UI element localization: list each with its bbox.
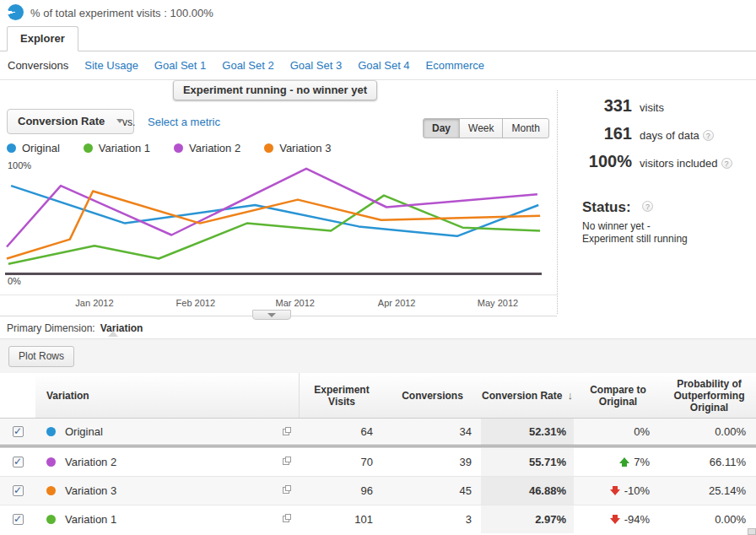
row-checkbox[interactable]: ✓ — [13, 514, 24, 525]
granularity-day[interactable]: Day — [423, 118, 460, 138]
legend-item-variation-3: Variation 3 — [264, 142, 331, 154]
column-header-conversions[interactable]: Conversions — [384, 373, 481, 418]
primary-dimension-value[interactable]: Variation — [100, 322, 143, 334]
chart-legend: OriginalVariation 1Variation 2Variation … — [7, 142, 354, 154]
x-tick-label: Feb 2012 — [176, 298, 215, 308]
legend-label: Original — [22, 142, 60, 154]
stat-label: visits — [640, 101, 664, 114]
table-row-variation-1: ✓Variation 110132.97%-94%0.00% — [0, 505, 756, 533]
conversion-rate-cell: 46.88% — [481, 477, 574, 505]
header-checkbox-spacer — [0, 373, 35, 418]
row-checkbox[interactable]: ✓ — [13, 457, 24, 467]
row-checkbox-cell: ✓ — [0, 505, 35, 533]
nav-item-goal-set-4[interactable]: Goal Set 4 — [358, 59, 409, 72]
table-row-original: ✓Original643452.31%0%0.00% — [0, 419, 756, 447]
column-header-variation[interactable]: Variation — [35, 373, 300, 418]
nav-item-goal-set-1[interactable]: Goal Set 1 — [154, 59, 206, 72]
visits-cell: 96 — [300, 477, 384, 505]
conversion-rate-cell: 55.71% — [481, 448, 574, 476]
help-icon[interactable]: ? — [703, 130, 714, 141]
column-header-compare-to-original[interactable]: Compare to Original — [574, 373, 662, 418]
visits-cell: 101 — [300, 505, 384, 533]
granularity-month[interactable]: Month — [502, 118, 548, 138]
column-header-probability-of-outperforming-original[interactable]: Probability of Outperforming Original — [662, 373, 756, 418]
arrow-up-icon — [619, 457, 629, 467]
compare-value: 7% — [634, 456, 650, 468]
chart-collapse-handle[interactable] — [252, 310, 291, 320]
variations-table: VariationExperiment VisitsConversionsCon… — [0, 373, 756, 533]
legend-dot-icon — [174, 143, 183, 153]
scroll-corner — [748, 528, 756, 535]
nav-item-ecommerce[interactable]: Ecommerce — [426, 59, 484, 72]
chevron-down-icon — [267, 313, 276, 317]
table-header-row: VariationExperiment VisitsConversionsCon… — [0, 373, 756, 419]
conversions-cell: 39 — [384, 448, 481, 476]
metric-selector-button[interactable]: Conversion Rate — [7, 109, 134, 134]
total-visits-label: % of total experiment visits : 100.00% — [30, 7, 213, 19]
open-in-new-icon[interactable] — [283, 458, 289, 465]
variation-name: Variation 1 — [65, 513, 116, 526]
stat-days-of-data: 161days of data? — [558, 124, 756, 144]
column-header-label: Variation — [46, 390, 89, 402]
nav-item-goal-set-3[interactable]: Goal Set 3 — [290, 59, 342, 72]
granularity-toggle: DayWeekMonth — [423, 118, 549, 138]
experiment-status-banner: Experiment running - no winner yet — [173, 80, 377, 100]
help-icon[interactable]: ? — [642, 201, 653, 212]
experiment-report-page: % of total experiment visits : 100.00% E… — [0, 0, 756, 535]
compare-value: 0% — [634, 425, 650, 438]
column-header-label: Conversions — [402, 390, 463, 402]
help-icon[interactable]: ? — [721, 158, 732, 169]
compare-value: -94% — [624, 513, 650, 526]
row-name-cell: Variation 3 — [35, 477, 300, 505]
legend-dot-icon — [84, 143, 93, 153]
granularity-week[interactable]: Week — [459, 118, 503, 138]
row-checkbox[interactable]: ✓ — [13, 426, 24, 437]
row-checkbox-cell: ✓ — [0, 448, 35, 476]
compare-cell: 0% — [574, 419, 662, 445]
row-name-cell: Original — [35, 419, 300, 445]
open-in-new-icon[interactable] — [283, 487, 289, 494]
conversion-rate-cell: 52.31% — [481, 419, 574, 445]
variation-name: Original — [65, 425, 103, 438]
select-a-metric-link[interactable]: Select a metric — [148, 116, 220, 128]
tab-explorer[interactable]: Explorer — [7, 26, 78, 51]
probability-cell: 25.14% — [662, 477, 756, 505]
row-checkbox-cell: ✓ — [0, 419, 35, 445]
column-header-conversion-rate[interactable]: Conversion Rate↓ — [481, 373, 574, 418]
arrow-down-icon — [610, 486, 620, 495]
status-line: Experiment still running — [582, 233, 688, 245]
legend-label: Variation 3 — [279, 142, 331, 154]
stat-value: 161 — [558, 124, 632, 143]
status-line: No winner yet - — [582, 220, 651, 232]
nav-item-conversions[interactable]: Conversions — [8, 59, 68, 72]
column-header-label: Compare to Original — [574, 384, 662, 408]
visits-cell: 64 — [300, 419, 384, 445]
probability-cell: 0.00% — [662, 505, 756, 533]
table-row-variation-3: ✓Variation 3964546.88%-10%25.14% — [0, 476, 756, 505]
row-checkbox[interactable]: ✓ — [13, 485, 24, 496]
nav-item-site-usage[interactable]: Site Usage — [84, 59, 138, 72]
conversions-cell: 3 — [384, 505, 481, 533]
legend-item-variation-2: Variation 2 — [174, 142, 240, 154]
series-line-original — [11, 186, 538, 236]
table-row-variation-2: ✓Variation 2703955.71%7%66.11% — [0, 447, 756, 476]
open-in-new-icon[interactable] — [283, 429, 289, 435]
compare-cell: -10% — [574, 477, 662, 505]
column-header-label: Experiment Visits — [300, 384, 384, 408]
pie-chart-icon — [8, 4, 24, 20]
plot-rows-button[interactable]: Plot Rows — [8, 346, 74, 367]
nav-item-goal-set-2[interactable]: Goal Set 2 — [222, 59, 273, 72]
stat-visitors-included: 100%visitors included? — [558, 152, 756, 172]
legend-item-original: Original — [7, 142, 60, 154]
vs-label: vs. — [122, 116, 135, 128]
series-dot-icon — [46, 515, 56, 524]
dimension-caret-icon — [108, 331, 118, 337]
x-tick-label: Jan 2012 — [75, 298, 113, 308]
sort-desc-icon[interactable]: ↓ — [567, 390, 573, 402]
conversion-rate-chart — [0, 162, 547, 277]
column-header-experiment-visits[interactable]: Experiment Visits — [300, 373, 384, 418]
legend-dot-icon — [264, 143, 273, 153]
conversion-rate-cell: 2.97% — [481, 505, 574, 533]
open-in-new-icon[interactable] — [283, 516, 289, 522]
stat-value: 331 — [558, 96, 632, 116]
